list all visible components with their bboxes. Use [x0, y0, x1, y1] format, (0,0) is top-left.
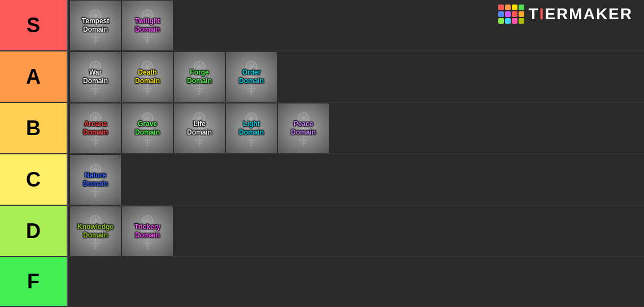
- item-label: TrickeryDomain: [133, 222, 162, 240]
- logo-grid-icon: [498, 5, 524, 24]
- tier-items-d: KnowledgeDomain TrickeryDomain: [68, 206, 644, 256]
- item-label: WarDomain: [82, 67, 109, 86]
- item-label: LightDomain: [238, 119, 265, 137]
- tier-label-f: F: [0, 257, 68, 306]
- tier-row-c: C NatureDomain: [0, 154, 644, 206]
- item-trickery-domain[interactable]: TrickeryDomain: [122, 206, 173, 256]
- app-container: S TempestDomain: [0, 0, 644, 307]
- item-death-domain[interactable]: DeathDomain: [122, 52, 173, 102]
- item-order-domain[interactable]: OrderDomain: [226, 52, 277, 102]
- item-light-domain[interactable]: LightDomain: [226, 103, 277, 153]
- tier-label-s: S: [0, 0, 68, 50]
- item-grave-domain[interactable]: GraveDomain: [122, 103, 173, 153]
- tier-items-b: ArcanaDomain GraveDomain: [68, 103, 644, 153]
- item-forge-domain[interactable]: ForgeDomain: [174, 52, 225, 102]
- item-life-domain[interactable]: LifeDomain: [174, 103, 225, 153]
- item-twilight-domain[interactable]: TwilightDomain: [122, 1, 173, 50]
- item-label: OrderDomain: [238, 67, 265, 86]
- tier-row-b: B ArcanaDomain: [0, 103, 644, 154]
- tier-label-b: B: [0, 103, 68, 153]
- item-label: LifeDomain: [186, 119, 213, 137]
- tier-items-a: WarDomain DeathDomain: [68, 51, 644, 102]
- item-label: ArcanaDomain: [82, 119, 109, 137]
- logo-text: TiERMAKER: [529, 5, 633, 23]
- item-label: KnowledgeDomain: [76, 222, 115, 240]
- tier-row-f: F: [0, 257, 644, 307]
- item-nature-domain[interactable]: NatureDomain: [70, 155, 121, 205]
- tier-row-a: A WarDomain: [0, 51, 644, 103]
- item-war-domain[interactable]: WarDomain: [70, 52, 121, 102]
- tier-label-c: C: [0, 154, 68, 205]
- item-label: GraveDomain: [134, 119, 161, 137]
- tier-row-d: D KnowledgeDomain: [0, 206, 644, 257]
- item-tempest-domain[interactable]: TempestDomain: [70, 1, 121, 50]
- item-label: PeaceDomain: [290, 119, 317, 137]
- item-peace-domain[interactable]: PeaceDomain: [278, 103, 329, 153]
- item-knowledge-domain[interactable]: KnowledgeDomain: [70, 206, 121, 256]
- item-arcana-domain[interactable]: ArcanaDomain: [70, 103, 121, 153]
- item-label: DeathDomain: [134, 67, 161, 86]
- tier-list: S TempestDomain: [0, 0, 644, 307]
- item-label: ForgeDomain: [186, 67, 213, 86]
- item-label: NatureDomain: [82, 170, 109, 189]
- tiermaker-logo: TiERMAKER: [498, 5, 633, 24]
- tier-label-a: A: [0, 51, 68, 102]
- tier-label-d: D: [0, 206, 68, 256]
- tier-items-c: NatureDomain: [68, 154, 644, 205]
- item-label: TwilightDomain: [134, 16, 161, 34]
- item-label: TempestDomain: [81, 16, 110, 34]
- tier-items-f: [68, 257, 644, 306]
